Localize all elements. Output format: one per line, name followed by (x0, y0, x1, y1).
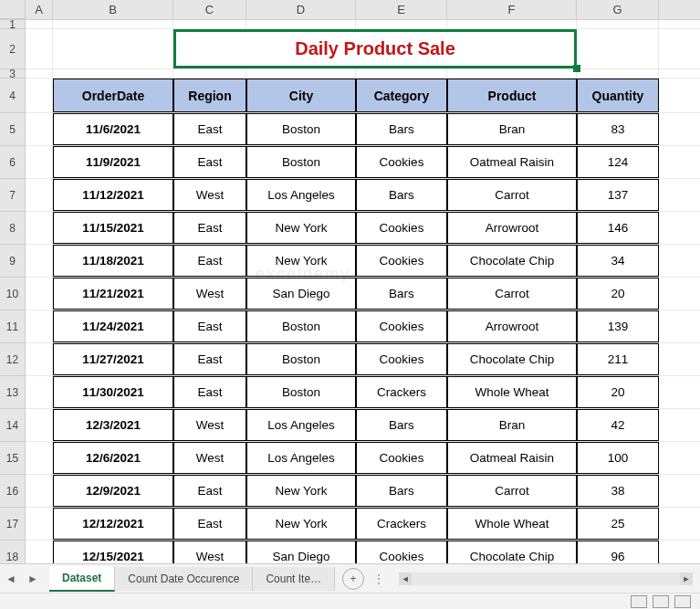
tab-prev-button[interactable]: ◄ (2, 570, 20, 588)
table-cell[interactable]: East (173, 508, 246, 540)
table-cell[interactable]: 83 (577, 113, 659, 145)
table-cell[interactable]: Cookies (356, 245, 447, 277)
column-header[interactable]: G (577, 0, 659, 19)
table-cell[interactable]: 146 (577, 212, 659, 244)
table-cell[interactable]: East (173, 475, 246, 507)
table-header[interactable]: OrderDate (53, 79, 173, 112)
table-cell[interactable]: New York (246, 212, 356, 244)
table-cell[interactable]: Bran (447, 113, 577, 145)
table-cell[interactable]: Cookies (356, 343, 447, 375)
table-cell[interactable]: Cookies (356, 310, 447, 342)
row-header[interactable]: 2 (0, 29, 26, 69)
row-header[interactable]: 8 (0, 212, 26, 245)
column-header[interactable]: E (356, 0, 447, 19)
row-header[interactable]: 6 (0, 146, 26, 179)
table-header[interactable]: Region (173, 79, 246, 112)
page-title[interactable]: Daily Product Sale (173, 29, 577, 68)
column-header[interactable]: A (26, 0, 53, 19)
table-cell[interactable]: 38 (577, 475, 659, 507)
table-cell[interactable]: West (173, 409, 246, 441)
table-cell[interactable]: Boston (246, 343, 356, 375)
table-cell[interactable]: Los Angeles (246, 179, 356, 211)
table-cell[interactable]: East (173, 310, 246, 342)
row-header[interactable]: 14 (0, 409, 26, 442)
row-header[interactable]: 11 (0, 310, 26, 343)
row-header[interactable]: 7 (0, 179, 26, 212)
table-cell[interactable]: 11/30/2021 (53, 376, 173, 408)
tab-next-button[interactable]: ► (24, 570, 42, 588)
table-cell[interactable]: 25 (577, 508, 659, 540)
table-cell[interactable]: Bars (356, 475, 447, 507)
selection-handle[interactable] (573, 65, 580, 72)
row-header[interactable]: 15 (0, 442, 26, 475)
table-cell[interactable]: East (173, 343, 246, 375)
table-cell[interactable]: West (173, 278, 246, 310)
cell-grid[interactable]: Daily Product SaleOrderDateRegionCityCat… (26, 20, 700, 586)
table-cell[interactable]: 34 (577, 245, 659, 277)
view-layout-icon[interactable] (653, 595, 669, 608)
table-cell[interactable]: 11/27/2021 (53, 343, 173, 375)
column-header[interactable]: F (447, 0, 577, 19)
table-cell[interactable]: Boston (246, 310, 356, 342)
table-cell[interactable]: 100 (577, 442, 659, 474)
table-cell[interactable]: Bran (447, 409, 577, 441)
table-cell[interactable]: 42 (577, 409, 659, 441)
table-cell[interactable]: East (173, 113, 246, 145)
view-normal-icon[interactable] (631, 595, 647, 608)
table-cell[interactable]: Arrowroot (447, 212, 577, 244)
table-cell[interactable]: 139 (577, 310, 659, 342)
scroll-right-icon[interactable]: ► (680, 572, 693, 585)
table-cell[interactable]: Carrot (447, 278, 577, 310)
table-cell[interactable]: 12/3/2021 (53, 409, 173, 441)
row-header[interactable]: 10 (0, 278, 26, 310)
table-cell[interactable]: Carrot (447, 179, 577, 211)
table-cell[interactable]: Oatmeal Raisin (447, 146, 577, 178)
row-header[interactable]: 4 (0, 79, 26, 113)
table-cell[interactable]: Bars (356, 179, 447, 211)
table-cell[interactable]: Los Angeles (246, 442, 356, 474)
table-header[interactable]: City (246, 79, 356, 112)
table-cell[interactable]: 11/12/2021 (53, 179, 173, 211)
column-header[interactable]: B (53, 0, 173, 19)
table-cell[interactable]: West (173, 179, 246, 211)
sheet-tab[interactable]: Count Date Occurence (115, 567, 253, 591)
table-cell[interactable]: 20 (577, 278, 659, 310)
table-cell[interactable]: 20 (577, 376, 659, 408)
table-cell[interactable]: Carrot (447, 475, 577, 507)
table-cell[interactable]: Bars (356, 113, 447, 145)
table-cell[interactable]: Boston (246, 146, 356, 178)
table-cell[interactable]: Arrowroot (447, 310, 577, 342)
table-cell[interactable]: New York (246, 475, 356, 507)
row-header[interactable]: 3 (0, 69, 26, 79)
table-cell[interactable]: Cookies (356, 212, 447, 244)
table-cell[interactable]: 11/21/2021 (53, 278, 173, 310)
scroll-left-icon[interactable]: ◄ (399, 572, 412, 585)
table-cell[interactable]: Whole Wheat (447, 376, 577, 408)
table-cell[interactable]: Boston (246, 113, 356, 145)
sheet-tab-active[interactable]: Dataset (49, 566, 115, 592)
table-cell[interactable]: Chocolate Chip (447, 245, 577, 277)
row-header[interactable]: 1 (0, 20, 26, 29)
table-header[interactable]: Category (356, 79, 447, 112)
table-cell[interactable]: Whole Wheat (447, 508, 577, 540)
row-header[interactable]: 9 (0, 245, 26, 278)
table-cell[interactable]: 137 (577, 179, 659, 211)
table-cell[interactable]: 11/9/2021 (53, 146, 173, 178)
table-cell[interactable]: 11/15/2021 (53, 212, 173, 244)
table-cell[interactable]: 124 (577, 146, 659, 178)
table-cell[interactable]: 12/9/2021 (53, 475, 173, 507)
table-header[interactable]: Quantity (577, 79, 659, 112)
column-header[interactable]: D (246, 0, 356, 19)
view-pagebreak-icon[interactable] (674, 595, 691, 608)
table-cell[interactable]: Bars (356, 409, 447, 441)
table-cell[interactable]: East (173, 376, 246, 408)
row-header[interactable]: 13 (0, 376, 26, 409)
row-header[interactable]: 17 (0, 508, 26, 541)
table-cell[interactable]: San Diego (246, 278, 356, 310)
table-cell[interactable]: 12/6/2021 (53, 442, 173, 474)
table-cell[interactable]: 11/6/2021 (53, 113, 173, 145)
new-sheet-button[interactable]: + (342, 568, 364, 590)
table-cell[interactable]: 211 (577, 343, 659, 375)
table-cell[interactable]: Boston (246, 376, 356, 408)
table-cell[interactable]: 11/18/2021 (53, 245, 173, 277)
